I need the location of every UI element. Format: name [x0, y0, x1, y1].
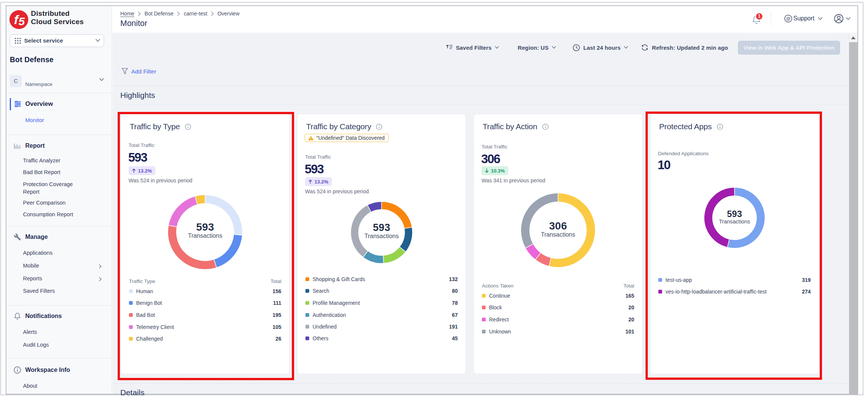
svg-text:5: 5	[18, 15, 25, 28]
svg-text:@: @	[786, 16, 791, 21]
